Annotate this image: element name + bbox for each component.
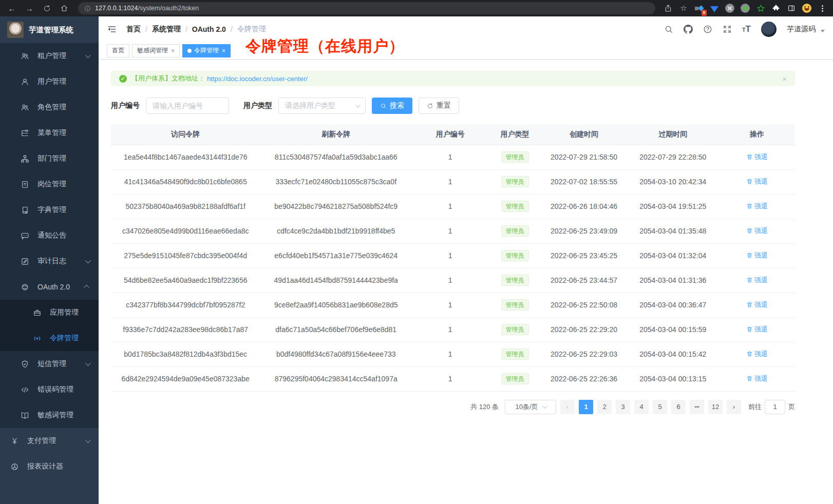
- action-cell: 强退: [719, 293, 795, 317]
- sidebar-item-错误码管理[interactable]: 错误码管理: [0, 377, 99, 402]
- logo-bar[interactable]: 芋道管理系统: [0, 16, 99, 43]
- font-size-icon[interactable]: TT: [742, 24, 751, 34]
- fullscreen-icon[interactable]: [723, 25, 732, 34]
- page-button-4[interactable]: 4: [634, 400, 649, 414]
- page-ellipsis[interactable]: •••: [690, 400, 704, 414]
- app-title: 芋道管理系统: [29, 25, 73, 35]
- reset-button[interactable]: 重置: [419, 98, 459, 114]
- sidebar-item-部门管理[interactable]: 部门管理: [0, 146, 99, 171]
- oauth-icon: [21, 283, 29, 292]
- breadcrumb-item[interactable]: 首页: [126, 25, 141, 34]
- tab-label: 令牌管理: [194, 46, 219, 55]
- force-logout-button[interactable]: 强退: [746, 202, 768, 211]
- user-id-input[interactable]: [146, 98, 229, 114]
- access-token-cell: 275e5de9151045fe87cbdc395e004f4d: [111, 243, 260, 268]
- sidebar-item-敏感词管理[interactable]: 敏感词管理: [0, 402, 99, 428]
- extension-puzzle-icon[interactable]: [770, 3, 782, 14]
- browser-forward-icon[interactable]: →: [23, 2, 36, 15]
- breadcrumb-item[interactable]: OAuth 2.0: [192, 25, 226, 33]
- page-button-12[interactable]: 12: [708, 400, 723, 414]
- share-icon[interactable]: [662, 3, 674, 14]
- tab-首页[interactable]: 首页: [107, 44, 129, 57]
- url-path: /system/oauth2/token: [138, 5, 199, 12]
- refresh-token-cell: 333ecfc71e02480cb11055c875c3ca0f: [260, 169, 412, 194]
- action-cell: 强退: [719, 169, 795, 194]
- search-button[interactable]: 搜索: [372, 98, 412, 114]
- page-button-3[interactable]: 3: [616, 400, 630, 414]
- url-bar[interactable]: 127.0.0.1:1024/system/oauth2/token: [78, 2, 655, 14]
- page-button-6[interactable]: 6: [671, 400, 686, 414]
- chevron-down-icon: [85, 52, 91, 58]
- user-type-select[interactable]: 请选择用户类型: [278, 98, 366, 114]
- avatar[interactable]: [761, 22, 777, 37]
- tab-令牌管理[interactable]: 令牌管理×: [182, 44, 231, 57]
- force-logout-button[interactable]: 强退: [746, 374, 768, 383]
- sidebar-item-label: 令牌管理: [50, 334, 79, 343]
- refresh-token-cell: 811c530487574fa0af1a59d3abc1aa66: [260, 145, 412, 169]
- sidebar-toggle-icon[interactable]: [107, 24, 117, 34]
- sidebar-item-OAuth 2.0[interactable]: OAuth 2.0: [0, 274, 99, 300]
- sidebar-item-短信管理[interactable]: 短信管理: [0, 351, 99, 377]
- create-time-cell: 2022-06-25 23:45:25: [541, 243, 627, 268]
- browser-home-icon[interactable]: [58, 2, 71, 15]
- action-cell: 强退: [719, 145, 795, 169]
- force-logout-label: 强退: [754, 300, 768, 309]
- username[interactable]: 芋道源码: [787, 25, 816, 34]
- site-info-icon[interactable]: [84, 5, 91, 12]
- prev-page-button[interactable]: ‹: [560, 400, 575, 414]
- search-icon[interactable]: [664, 25, 673, 34]
- extension-tampermonkey-icon[interactable]: 9: [693, 3, 705, 14]
- extension-recorder-icon[interactable]: [740, 3, 751, 14]
- extension-star-icon[interactable]: [755, 3, 766, 14]
- sidebar-item-报表设计器[interactable]: 报表设计器: [0, 454, 99, 479]
- force-logout-button[interactable]: 强退: [746, 152, 768, 162]
- force-logout-button[interactable]: 强退: [746, 276, 768, 285]
- sidebar-item-审计日志[interactable]: 审计日志: [0, 248, 99, 274]
- tab-敏感词管理[interactable]: 敏感词管理×: [132, 44, 180, 57]
- sidebar-item-菜单管理[interactable]: 菜单管理: [0, 120, 99, 146]
- force-logout-button[interactable]: 强退: [746, 226, 768, 236]
- force-logout-button[interactable]: 强退: [746, 177, 768, 186]
- browser-menu-icon[interactable]: [817, 3, 828, 14]
- sidebar-item-label: 报表设计器: [27, 462, 63, 471]
- page-button-5[interactable]: 5: [653, 400, 667, 414]
- next-page-button[interactable]: ›: [727, 400, 741, 414]
- sidebar-item-字典管理[interactable]: 字典管理: [0, 197, 99, 223]
- page-size-select[interactable]: 10条/页: [505, 400, 556, 414]
- extension-command-icon[interactable]: ⌘: [724, 3, 735, 14]
- app-icon: [33, 308, 42, 317]
- force-logout-button[interactable]: 强退: [746, 251, 768, 260]
- sidebar-item-岗位管理[interactable]: 岗位管理: [0, 171, 99, 197]
- create-time-cell: 2022-06-25 22:50:08: [541, 293, 627, 317]
- bookmark-star-icon[interactable]: ☆: [678, 3, 689, 14]
- force-logout-button[interactable]: 强退: [746, 350, 768, 359]
- column-header: 创建时间: [541, 124, 627, 145]
- force-logout-button[interactable]: 强退: [746, 325, 768, 334]
- doc-link[interactable]: https://doc.iocoder.cn/user-center/: [207, 75, 308, 83]
- force-logout-button[interactable]: 强退: [746, 300, 768, 309]
- sidebar-item-支付管理[interactable]: 支付管理: [0, 428, 99, 454]
- sidebar-item-应用管理[interactable]: 应用管理: [0, 300, 99, 325]
- browser-reload-icon[interactable]: [40, 2, 53, 15]
- goto-page-input[interactable]: [765, 400, 785, 414]
- user-menu-caret-icon[interactable]: [821, 30, 825, 32]
- extension-sidepanel-icon[interactable]: [786, 3, 797, 14]
- tab-close-icon[interactable]: ×: [221, 47, 225, 54]
- breadcrumb-item[interactable]: 系统管理: [152, 25, 181, 34]
- sidebar-item-通知公告[interactable]: 通知公告: [0, 223, 99, 248]
- sidebar-item-角色管理[interactable]: 角色管理: [0, 94, 99, 120]
- help-icon[interactable]: [703, 25, 712, 34]
- browser-back-icon[interactable]: ←: [5, 2, 18, 15]
- tabs-bar: 首页敏感词管理×令牌管理×: [99, 42, 833, 60]
- page-button-2[interactable]: 2: [597, 400, 612, 414]
- extension-emoji-icon[interactable]: [801, 3, 812, 14]
- extension-gem-icon[interactable]: [709, 3, 720, 14]
- sidebar-item-label: 部门管理: [37, 154, 66, 163]
- github-icon[interactable]: [684, 25, 693, 34]
- sidebar-item-用户管理[interactable]: 用户管理: [0, 69, 99, 94]
- page-button-1[interactable]: 1: [579, 400, 593, 414]
- sidebar-item-令牌管理[interactable]: 令牌管理: [0, 325, 99, 351]
- alert-close-icon[interactable]: ×: [782, 74, 787, 83]
- sidebar-item-租户管理[interactable]: 租户管理: [0, 43, 99, 69]
- tab-close-icon[interactable]: ×: [171, 47, 175, 54]
